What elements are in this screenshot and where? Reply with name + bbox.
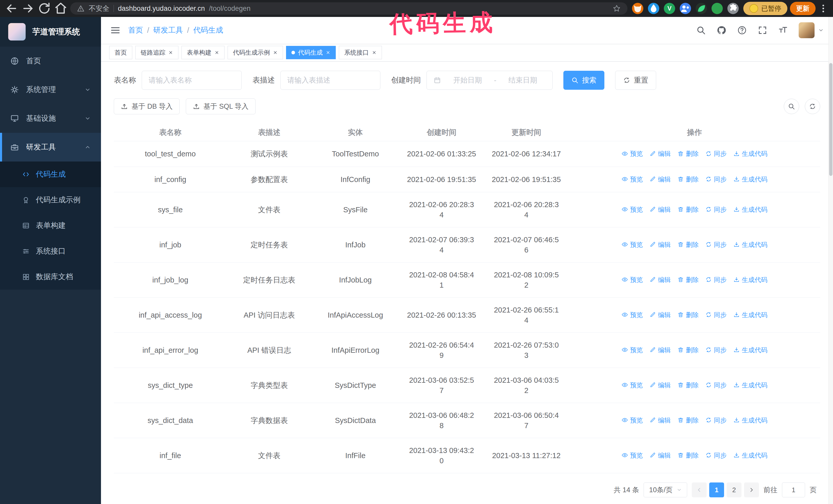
action-edit[interactable]: 编辑 xyxy=(649,239,671,250)
breadcrumb-item-2[interactable]: 代码生成 xyxy=(193,25,223,35)
fullscreen-icon[interactable] xyxy=(758,25,767,35)
scrollbar-thumb[interactable] xyxy=(829,63,832,176)
ext-dark-icon[interactable] xyxy=(696,3,707,14)
action-delete[interactable]: 删除 xyxy=(677,345,699,355)
refresh-table-button[interactable] xyxy=(805,99,820,114)
sidebar-collapse-icon[interactable] xyxy=(110,25,120,35)
action-generate-code[interactable]: 生成代码 xyxy=(733,174,767,184)
action-delete[interactable]: 删除 xyxy=(677,274,699,285)
ext-people-icon[interactable] xyxy=(680,3,691,14)
pagination-page-1[interactable]: 1 xyxy=(709,482,724,497)
action-sync[interactable]: 同步 xyxy=(705,204,727,215)
action-generate-code[interactable]: 生成代码 xyxy=(733,204,767,215)
tab-codegen[interactable]: 代码生成 xyxy=(286,46,336,59)
profile-paused-chip[interactable]: 已暂停 xyxy=(743,2,787,15)
ext-blue-drop-icon[interactable] xyxy=(648,3,659,14)
tab-close-icon[interactable] xyxy=(372,50,377,55)
action-preview[interactable]: 预览 xyxy=(622,415,643,425)
action-preview[interactable]: 预览 xyxy=(622,148,643,159)
sidebar-item-system-management[interactable]: 系统管理 xyxy=(0,75,101,104)
action-sync[interactable]: 同步 xyxy=(705,380,727,390)
breadcrumb-item-0[interactable]: 首页 xyxy=(128,25,143,35)
action-delete[interactable]: 删除 xyxy=(677,380,699,390)
action-delete[interactable]: 删除 xyxy=(677,310,699,320)
window-scrollbar[interactable] xyxy=(828,17,833,504)
tab-close-icon[interactable] xyxy=(215,50,219,55)
sidebar-item-home[interactable]: 首页 xyxy=(0,47,101,75)
action-sync[interactable]: 同步 xyxy=(705,310,727,320)
tab-home[interactable]: 首页 xyxy=(109,46,132,59)
action-preview[interactable]: 预览 xyxy=(622,274,643,285)
tab-form-builder[interactable]: 表单构建 xyxy=(182,46,224,59)
action-edit[interactable]: 编辑 xyxy=(649,310,671,320)
action-delete[interactable]: 删除 xyxy=(677,450,699,460)
action-generate-code[interactable]: 生成代码 xyxy=(733,450,767,460)
ext-puzzle-icon[interactable] xyxy=(728,3,739,14)
search-button[interactable]: 搜索 xyxy=(563,71,604,90)
action-edit[interactable]: 编辑 xyxy=(649,415,671,425)
action-preview[interactable]: 预览 xyxy=(622,174,643,184)
action-edit[interactable]: 编辑 xyxy=(649,450,671,460)
reset-button[interactable]: 重置 xyxy=(615,71,656,90)
pagination-page-2[interactable]: 2 xyxy=(727,482,741,497)
pagination-goto-input[interactable] xyxy=(782,482,805,497)
action-sync[interactable]: 同步 xyxy=(705,174,727,184)
action-edit[interactable]: 编辑 xyxy=(649,204,671,215)
action-generate-code[interactable]: 生成代码 xyxy=(733,415,767,425)
address-bar[interactable]: 不安全 dashboard.yudao.iocoder.cn /tool/cod… xyxy=(70,2,627,15)
import-db-button[interactable]: 基于 DB 导入 xyxy=(114,98,180,114)
page-size-select[interactable]: 10条/页 xyxy=(644,482,687,497)
action-delete[interactable]: 删除 xyxy=(677,415,699,425)
sidebar-item-infrastructure[interactable]: 基础设施 xyxy=(0,104,101,133)
toggle-search-button[interactable] xyxy=(784,99,799,114)
tab-close-icon[interactable] xyxy=(168,50,173,55)
action-preview[interactable]: 预览 xyxy=(622,204,643,215)
tab-codegen-example[interactable]: 代码生成示例 xyxy=(228,46,283,59)
browser-update-button[interactable]: 更新 xyxy=(790,2,815,15)
ext-green-v-icon[interactable]: V xyxy=(664,3,675,14)
action-edit[interactable]: 编辑 xyxy=(649,174,671,184)
browser-back-icon[interactable] xyxy=(5,2,19,16)
pagination-prev-button[interactable] xyxy=(692,482,707,497)
date-range-picker[interactable]: 开始日期 - 结束日期 xyxy=(427,71,553,90)
action-delete[interactable]: 删除 xyxy=(677,148,699,159)
ext-orange-icon[interactable] xyxy=(632,3,643,14)
import-sql-button[interactable]: 基于 SQL 导入 xyxy=(186,98,256,114)
action-generate-code[interactable]: 生成代码 xyxy=(733,239,767,250)
action-edit[interactable]: 编辑 xyxy=(649,345,671,355)
sidebar-item-codegen-example[interactable]: 代码生成示例 xyxy=(0,187,101,213)
github-icon[interactable] xyxy=(717,25,727,35)
action-preview[interactable]: 预览 xyxy=(622,310,643,320)
sidebar-item-dev-tools[interactable]: 研发工具 xyxy=(0,133,101,162)
action-generate-code[interactable]: 生成代码 xyxy=(733,274,767,285)
pagination-next-button[interactable] xyxy=(744,482,759,497)
sidebar-item-db-doc[interactable]: 数据库文档 xyxy=(0,264,101,290)
sidebar-item-form-builder[interactable]: 表单构建 xyxy=(0,213,101,238)
browser-reload-icon[interactable] xyxy=(38,2,51,16)
action-delete[interactable]: 删除 xyxy=(677,239,699,250)
ext-green-icon[interactable] xyxy=(712,3,723,14)
sidebar-item-codegen[interactable]: 代码生成 xyxy=(0,162,101,187)
user-menu[interactable] xyxy=(799,22,824,38)
action-sync[interactable]: 同步 xyxy=(705,148,727,159)
breadcrumb-item-1[interactable]: 研发工具 xyxy=(153,25,183,35)
sidebar-logo[interactable]: 芋道管理系统 xyxy=(0,17,101,47)
tab-close-icon[interactable] xyxy=(273,50,278,55)
action-preview[interactable]: 预览 xyxy=(622,380,643,390)
action-delete[interactable]: 删除 xyxy=(677,174,699,184)
action-edit[interactable]: 编辑 xyxy=(649,148,671,159)
action-sync[interactable]: 同步 xyxy=(705,274,727,285)
action-sync[interactable]: 同步 xyxy=(705,415,727,425)
action-generate-code[interactable]: 生成代码 xyxy=(733,148,767,159)
action-sync[interactable]: 同步 xyxy=(705,345,727,355)
action-preview[interactable]: 预览 xyxy=(622,239,643,250)
action-generate-code[interactable]: 生成代码 xyxy=(733,380,767,390)
action-sync[interactable]: 同步 xyxy=(705,450,727,460)
action-delete[interactable]: 删除 xyxy=(677,204,699,215)
font-size-icon[interactable] xyxy=(778,25,788,35)
search-icon[interactable] xyxy=(696,25,706,35)
browser-forward-icon[interactable] xyxy=(21,2,35,16)
browser-menu-kebab-icon[interactable] xyxy=(818,2,828,16)
action-generate-code[interactable]: 生成代码 xyxy=(733,345,767,355)
table-name-input[interactable] xyxy=(142,71,242,90)
